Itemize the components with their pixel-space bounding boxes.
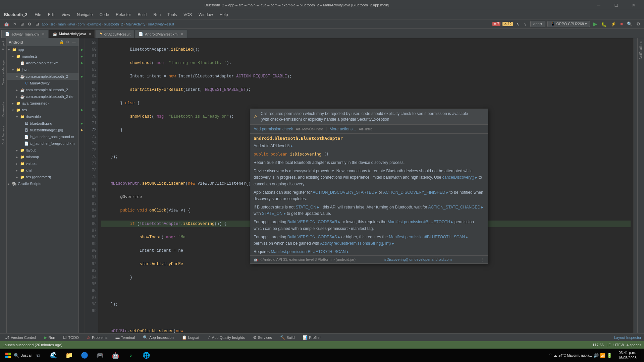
bc-main[interactable]: main — [58, 22, 66, 26]
nav-chevron-down[interactable]: ∨ — [523, 21, 528, 27]
menu-view[interactable]: View — [58, 11, 73, 18]
tree-item-mipmap[interactable]: ▸ 📁 mipmap — [7, 154, 78, 160]
action-state-changed-link[interactable]: ACTION_STATE_CHANGED ▸ — [428, 205, 484, 209]
start-button[interactable] — [1, 349, 15, 362]
minimize-button[interactable]: ─ — [591, 0, 606, 10]
nav-settings-btn[interactable]: ⚙ — [26, 21, 33, 27]
tree-item-mainactivity[interactable]: ▸ C MainActivity — [7, 80, 78, 86]
more-actions-button[interactable]: More actions... — [329, 126, 356, 132]
panel-icon-1[interactable]: 🔒 — [59, 40, 64, 45]
maximize-button[interactable]: □ — [608, 0, 624, 10]
tree-item-xml[interactable]: ▸ 📁 xml — [7, 167, 78, 174]
sidebar-build-variants-tab[interactable]: Build Variants — [1, 125, 6, 146]
tab-androidmanifest[interactable]: 📄 AndroidManifest.xml ✕ — [135, 30, 187, 38]
menu-tools[interactable]: Tools — [164, 11, 180, 18]
bc-src[interactable]: src — [50, 22, 55, 26]
bottom-tab-run[interactable]: ▶ Run — [42, 334, 57, 341]
menu-run[interactable]: Run — [150, 11, 164, 18]
right-tab-notifications[interactable]: Notifications — [638, 38, 644, 62]
cancel-discovery-link[interactable]: cancelDiscovery() ▸ — [442, 175, 478, 180]
footer-more-icon[interactable]: ⋮ — [480, 257, 484, 262]
bottom-tab-services[interactable]: ⚙ Services — [251, 334, 274, 341]
action-discovery-finished-link[interactable]: ACTION_DISCOVERY_FINISHED ▸ — [383, 190, 448, 195]
manifest-bt-scan-link[interactable]: Manifest.permission#BLUETOOTH_SCAN ▸ — [389, 235, 468, 239]
tree-item-java-gen[interactable]: ▸ 📁 java (generated) — [7, 100, 78, 107]
settings-icon-btn[interactable]: ⚙ — [635, 21, 641, 27]
taskbar-task-view[interactable]: ⧉ — [31, 349, 46, 362]
status-line-sep[interactable]: LF — [606, 343, 611, 347]
menu-window[interactable]: Window — [195, 11, 216, 18]
tree-item-com1[interactable]: ▾ ☕ com.example.bluetooth_2 — [7, 73, 78, 80]
tree-item-layout[interactable]: ▸ 📁 layout — [7, 147, 78, 154]
tab-close-mainactivity[interactable]: ✕ — [89, 32, 91, 36]
tree-item-btpng[interactable]: ▸ 🖼 bluetooth.png — [7, 120, 78, 127]
api-level-link[interactable]: ▸ — [291, 143, 293, 148]
bottom-tab-problems[interactable]: ⚠ Problems — [85, 334, 109, 341]
tree-item-btjpg[interactable]: ▸ 🖼 bluetoothimage2.jpg — [7, 127, 78, 133]
tree-item-drawable[interactable]: ▾ 📁 drawable — [7, 113, 78, 120]
tree-item-ic-bg[interactable]: ▸ 📄 ic_launcher_background.xr — [7, 133, 78, 140]
panel-icon-2[interactable]: ⚙ — [65, 40, 70, 45]
manifest-bt-link[interactable]: Manifest.permission#BLUETOOTH ▸ — [388, 220, 453, 224]
tab-close-activity-main[interactable]: ✕ — [42, 32, 45, 36]
tree-item-res-gen[interactable]: ▸ 📁 res (generated) — [7, 174, 78, 180]
bottom-tab-profiler[interactable]: 📊 Profiler — [301, 334, 323, 341]
activity-request-link[interactable]: Activity.requestPermissions(String[], in… — [320, 241, 394, 246]
add-permission-check-button[interactable]: Add permission check — [254, 126, 293, 132]
taskbar-search[interactable]: 🔍 Buscar — [15, 349, 30, 362]
layout-inspector-label[interactable]: Layout Inspector — [614, 336, 641, 340]
build-r-link[interactable]: Build.VERSION_CODES#R ▸ — [287, 220, 340, 224]
bottom-tab-build[interactable]: 🔨 Build — [278, 334, 297, 341]
bc-com[interactable]: com — [78, 22, 85, 26]
nav-sync-btn[interactable]: ↻ — [12, 21, 18, 27]
tree-item-com2[interactable]: ▸ ☕ com.example.bluetooth_2 — [7, 86, 78, 93]
taskbar-androidstudio[interactable]: 🤖 — [108, 349, 123, 362]
bottom-tab-app-inspection[interactable]: 🔍 App Inspection — [141, 334, 176, 341]
nav-collapse-btn[interactable]: ⊟ — [34, 21, 40, 27]
bc-bluetooth[interactable]: bluetooth_2 — [104, 22, 123, 26]
menu-help[interactable]: Help — [216, 11, 231, 18]
bc-onactivityresult[interactable]: onActivityResult — [148, 22, 174, 26]
sidebar-project-tab[interactable]: Project — [1, 40, 6, 52]
run-config-selector[interactable]: app ▾ — [530, 21, 545, 27]
footer-developer-link[interactable]: isDiscovering() on developer.android.com — [384, 257, 451, 261]
menu-code[interactable]: Code — [96, 11, 113, 18]
nav-android-icon[interactable]: 🤖 — [3, 21, 10, 27]
show-desktop-btn[interactable] — [640, 349, 643, 362]
device-selector[interactable]: 📱 OPPO CPH2269 ▾ — [547, 21, 590, 27]
taskbar-explorer[interactable]: 📁 — [62, 349, 76, 362]
taskbar-edge[interactable]: 🌊 — [46, 349, 61, 362]
taskbar-app8[interactable]: 🌐 — [139, 349, 154, 362]
tree-item-gradle[interactable]: ▸ 🐘 Gradle Scripts — [7, 180, 78, 187]
tab-mainactivity[interactable]: ☕ MainActivity.java ✕ — [49, 30, 95, 38]
bc-example[interactable]: example — [87, 22, 101, 26]
nav-chevron-up[interactable]: ∧ — [515, 21, 521, 27]
bottom-tab-aqi[interactable]: ✓ App Quality Insights — [205, 334, 247, 341]
menu-file[interactable]: File — [31, 11, 44, 18]
build-s-link[interactable]: Build.VERSION_CODES#S ▸ — [287, 235, 340, 239]
tree-item-java[interactable]: ▾ 📁 java — [7, 66, 78, 73]
action-discovery-started-link[interactable]: ACTION_DISCOVERY_STARTED ▸ — [313, 190, 377, 195]
tab-close-manifest[interactable]: ✕ — [181, 32, 183, 36]
search-button[interactable]: 🔍 — [626, 21, 633, 27]
taskbar-chrome[interactable]: 🔵 — [77, 349, 92, 362]
status-indent[interactable]: 4 spaces — [627, 343, 641, 347]
close-button[interactable]: ✕ — [626, 0, 641, 10]
tree-item-values[interactable]: ▸ 📁 values — [7, 160, 78, 167]
attach-button[interactable]: ⚡ — [610, 21, 617, 27]
nav-structure-btn[interactable]: ⊞ — [19, 21, 25, 27]
tree-item-androidmanifest[interactable]: ▸ 📋 AndroidManifest.xml — [7, 60, 78, 66]
debug-button[interactable]: 🐛 — [600, 21, 608, 27]
tree-item-app[interactable]: ▾ 📁 app — [7, 46, 78, 53]
panel-collapse[interactable]: — — [71, 40, 76, 45]
tree-item-ic-fg[interactable]: ▸ 📄 ic_launcher_foreground.xm — [7, 140, 78, 147]
status-position[interactable]: 117:66 — [592, 343, 604, 347]
bottom-tab-logcat[interactable]: 📋 Logcat — [180, 334, 201, 341]
tree-item-manifests[interactable]: ▾ 📁 manifests — [7, 53, 78, 60]
menu-refactor[interactable]: Refactor — [112, 11, 134, 18]
bottom-tab-todo[interactable]: ☑ TODO — [61, 334, 81, 341]
tree-item-res[interactable]: ▾ 📁 res — [7, 107, 78, 113]
tab-activity-main[interactable]: 📄 activity_main.xml ✕ — [1, 30, 48, 38]
status-encoding[interactable]: UTF-8 — [613, 343, 624, 347]
menu-build[interactable]: Build — [135, 11, 150, 18]
